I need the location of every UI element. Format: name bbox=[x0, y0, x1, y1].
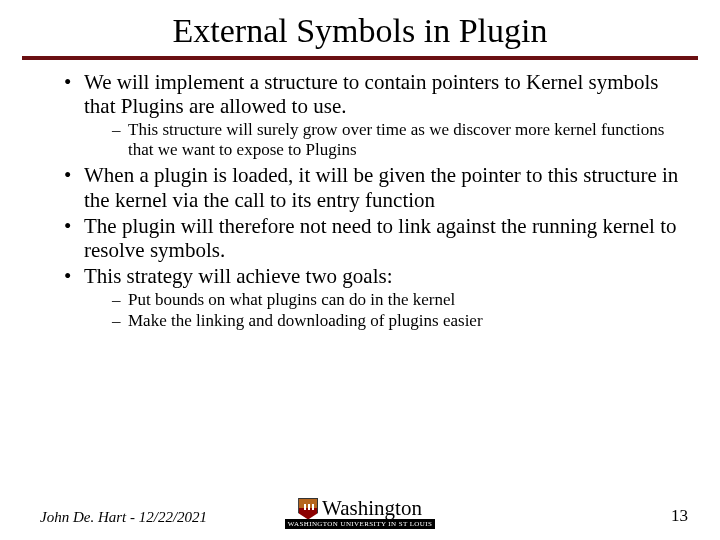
bullet-item: The plugin will therefore not need to li… bbox=[64, 214, 680, 262]
bullet-text: When a plugin is loaded, it will be give… bbox=[84, 163, 678, 211]
sub-bullet-list: This structure will surely grow over tim… bbox=[84, 120, 680, 159]
title-underline bbox=[22, 56, 698, 60]
bullet-item: When a plugin is loaded, it will be give… bbox=[64, 163, 680, 211]
bullet-text: We will implement a structure to contain… bbox=[84, 70, 659, 118]
bullet-list: We will implement a structure to contain… bbox=[40, 70, 680, 330]
slide-body: We will implement a structure to contain… bbox=[0, 70, 720, 330]
university-subtitle: WASHINGTON UNIVERSITY IN ST LOUIS bbox=[285, 519, 436, 529]
bullet-text: This strategy will achieve two goals: bbox=[84, 264, 393, 288]
page-number: 13 bbox=[671, 506, 688, 526]
footer-logo-area: Washington WASHINGTON UNIVERSITY IN ST L… bbox=[0, 496, 720, 530]
sub-bullet-item: Make the linking and downloading of plug… bbox=[112, 311, 680, 331]
sub-bullet-text: This structure will surely grow over tim… bbox=[128, 120, 664, 159]
sub-bullet-list: Put bounds on what plugins can do in the… bbox=[84, 290, 680, 330]
footer: John De. Hart - 12/22/2021 Washington WA… bbox=[0, 490, 720, 530]
shield-icon bbox=[298, 498, 318, 520]
sub-bullet-text: Make the linking and downloading of plug… bbox=[128, 311, 483, 330]
bullet-item: This strategy will achieve two goals: Pu… bbox=[64, 264, 680, 330]
sub-bullet-item: This structure will surely grow over tim… bbox=[112, 120, 680, 159]
slide: External Symbols in Plugin We will imple… bbox=[0, 0, 720, 540]
university-name: Washington bbox=[322, 496, 422, 521]
bullet-text: The plugin will therefore not need to li… bbox=[84, 214, 677, 262]
slide-title: External Symbols in Plugin bbox=[0, 0, 720, 56]
bullet-item: We will implement a structure to contain… bbox=[64, 70, 680, 159]
sub-bullet-item: Put bounds on what plugins can do in the… bbox=[112, 290, 680, 310]
sub-bullet-text: Put bounds on what plugins can do in the… bbox=[128, 290, 455, 309]
university-logo: Washington WASHINGTON UNIVERSITY IN ST L… bbox=[285, 496, 436, 529]
